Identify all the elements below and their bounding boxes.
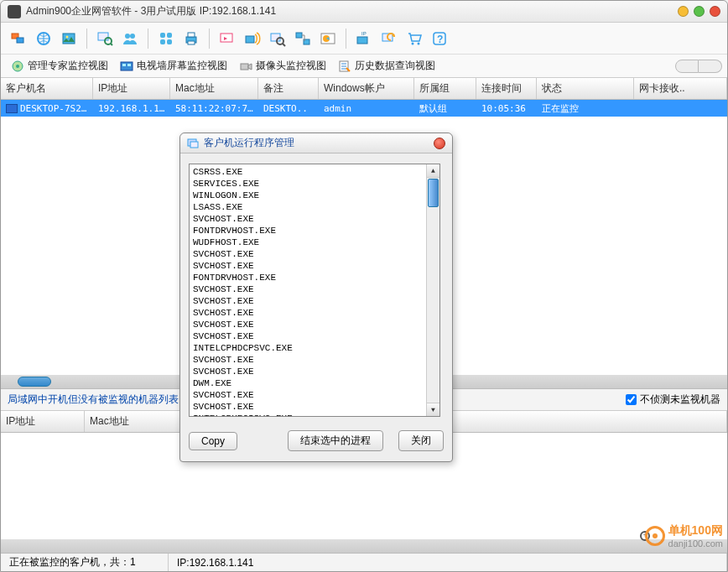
toolbar-link-monitors-icon[interactable] bbox=[292, 28, 314, 49]
dialog-icon bbox=[187, 138, 199, 149]
view-expert-monitor[interactable]: 管理专家监控视图 bbox=[6, 56, 113, 75]
svg-rect-17 bbox=[221, 34, 232, 42]
process-item[interactable]: SVCHOST.EXE bbox=[193, 295, 436, 307]
lower-col-ip[interactable]: IP地址 bbox=[1, 411, 85, 432]
process-item[interactable]: SERVICES.EXE bbox=[193, 178, 436, 190]
process-item[interactable]: SVCHOST.EXE bbox=[193, 248, 436, 260]
dialog-close-button[interactable] bbox=[434, 138, 445, 149]
view-tvwall-label: 电视墙屏幕监控视图 bbox=[137, 59, 227, 73]
client-row[interactable]: DESKTOP-7S2.. 192.168.1.141 58:11:22:07:… bbox=[1, 100, 727, 117]
no-detect-input[interactable] bbox=[626, 394, 637, 405]
svg-rect-18 bbox=[246, 36, 254, 43]
window-title: Admin900企业网管软件 - 3用户试用版 IP:192.168.1.141 bbox=[26, 4, 678, 18]
process-item[interactable]: SVCHOST.EXE bbox=[193, 319, 436, 330]
col-mac[interactable]: Mac地址 bbox=[170, 78, 258, 99]
process-item[interactable]: DWM.EXE bbox=[193, 377, 436, 389]
svg-rect-37 bbox=[127, 64, 131, 66]
watermark-text: 单机100网 bbox=[668, 523, 723, 538]
col-clientname[interactable]: 客户机名 bbox=[1, 78, 93, 99]
status-bar: 正在被监控的客户机，共：1 IP:192.168.1.141 bbox=[1, 553, 727, 571]
watermark-logo-icon bbox=[640, 523, 665, 549]
process-item[interactable]: SVCHOST.EXE bbox=[193, 283, 436, 295]
toolbar-broadcast-icon[interactable] bbox=[242, 28, 263, 49]
svg-rect-3 bbox=[63, 34, 75, 44]
process-item[interactable]: SVCHOST.EXE bbox=[193, 389, 436, 401]
toolbar-chart-icon[interactable] bbox=[317, 28, 339, 49]
toolbar-users-icon[interactable] bbox=[119, 28, 141, 49]
toolbar-monitor-refresh-icon[interactable] bbox=[378, 28, 400, 49]
toolbar-search-monitor-icon[interactable] bbox=[94, 28, 116, 49]
process-item[interactable]: SVCHOST.EXE bbox=[193, 354, 436, 366]
process-item[interactable]: SVCHOST.EXE bbox=[193, 307, 436, 319]
svg-rect-10 bbox=[160, 33, 165, 38]
tvwall-icon bbox=[120, 60, 133, 73]
col-netrecv[interactable]: 网卡接收.. bbox=[634, 78, 727, 99]
titlebar: Admin900企业网管软件 - 3用户试用版 IP:192.168.1.141 bbox=[1, 1, 727, 23]
camera-icon bbox=[239, 60, 252, 73]
scroll-thumb[interactable] bbox=[428, 179, 439, 207]
process-item[interactable]: SVCHOST.EXE bbox=[193, 260, 436, 272]
col-remark[interactable]: 备注 bbox=[258, 78, 319, 99]
toolbar-monitors-icon[interactable] bbox=[8, 28, 29, 49]
svg-rect-1 bbox=[17, 38, 23, 43]
process-listbox[interactable]: CSRSS.EXESERVICES.EXEWINLOGON.EXELSASS.E… bbox=[189, 164, 440, 417]
process-item[interactable]: SVCHOST.EXE bbox=[193, 401, 436, 413]
svg-line-7 bbox=[111, 44, 112, 45]
svg-point-4 bbox=[66, 35, 69, 38]
svg-rect-41 bbox=[190, 142, 198, 148]
toolbar-apps-icon[interactable] bbox=[155, 28, 177, 49]
toolbar-search-icon[interactable] bbox=[267, 28, 289, 49]
process-item[interactable]: WINLOGON.EXE bbox=[193, 190, 436, 201]
end-process-button[interactable]: 结束选中的进程 bbox=[288, 430, 383, 451]
close-button[interactable] bbox=[710, 6, 720, 17]
col-ip[interactable]: IP地址 bbox=[93, 78, 170, 99]
no-detect-checkbox[interactable]: 不侦测未监视机器 bbox=[626, 393, 720, 407]
copy-button[interactable]: Copy bbox=[189, 432, 237, 450]
no-detect-label: 不侦测未监视机器 bbox=[640, 393, 720, 407]
toolbar-globe-icon[interactable] bbox=[33, 28, 55, 49]
process-item[interactable]: INTELCPHDCPSVC.EXE bbox=[193, 342, 436, 354]
toolbar-printer-icon[interactable] bbox=[180, 28, 202, 49]
toolbar-help-icon[interactable]: ? bbox=[429, 28, 450, 49]
cell-remark: DESKTO.. bbox=[258, 101, 319, 116]
view-tabs: 管理专家监控视图 电视墙屏幕监控视图 摄像头监控视图 历史数据查询视图 bbox=[1, 55, 727, 78]
view-mode-switch[interactable] bbox=[675, 60, 722, 73]
view-expert-label: 管理专家监控视图 bbox=[28, 59, 108, 73]
cell-winuser: admin bbox=[319, 101, 414, 116]
process-item[interactable]: SVCHOST.EXE bbox=[193, 366, 436, 377]
close-dialog-button[interactable]: 关闭 bbox=[398, 430, 444, 451]
process-item[interactable]: SVCHOST.EXE bbox=[193, 213, 436, 225]
minimize-button[interactable] bbox=[678, 6, 689, 17]
process-item[interactable]: FONTDRVHOST.EXE bbox=[193, 225, 436, 237]
col-conntime[interactable]: 连接时间 bbox=[476, 78, 537, 99]
view-tvwall[interactable]: 电视墙屏幕监控视图 bbox=[115, 56, 232, 75]
cell-ip: 192.168.1.141 bbox=[93, 101, 170, 116]
lower-scrollbar[interactable] bbox=[1, 539, 727, 553]
toolbar-ip-monitor-icon[interactable]: IP bbox=[353, 28, 375, 49]
view-camera[interactable]: 摄像头监控视图 bbox=[234, 56, 331, 75]
scroll-down-arrow[interactable]: ▼ bbox=[427, 403, 439, 416]
toolbar-remote-screen-icon[interactable] bbox=[216, 28, 238, 49]
col-group[interactable]: 所属组 bbox=[414, 78, 476, 99]
process-item[interactable]: LSASS.EXE bbox=[193, 201, 436, 213]
listbox-scrollbar[interactable]: ▲ ▼ bbox=[426, 164, 439, 416]
history-icon bbox=[338, 60, 351, 73]
view-history[interactable]: 历史数据查询视图 bbox=[333, 56, 440, 75]
process-item[interactable]: WUDFHOST.EXE bbox=[193, 237, 436, 248]
process-item[interactable]: CSRSS.EXE bbox=[193, 166, 436, 178]
col-winuser[interactable]: Windows帐户 bbox=[319, 78, 414, 99]
toolbar-cart-icon[interactable] bbox=[403, 28, 425, 49]
scroll-up-arrow[interactable]: ▲ bbox=[427, 164, 439, 178]
process-item[interactable]: SVCHOST.EXE bbox=[193, 330, 436, 342]
watermark-url: danji100.com bbox=[668, 538, 723, 549]
status-count: 正在被监控的客户机，共：1 bbox=[1, 554, 169, 571]
col-status[interactable]: 状态 bbox=[537, 78, 634, 99]
process-item[interactable]: FONTDRVHOST.EXE bbox=[193, 272, 436, 283]
maximize-button[interactable] bbox=[694, 6, 705, 17]
dialog-title: 客户机运行程序管理 bbox=[204, 136, 434, 150]
main-toolbar: IP ? bbox=[1, 23, 727, 55]
process-item[interactable]: INTELCPHECISVC.EXE bbox=[193, 413, 436, 417]
toolbar-picture-icon[interactable] bbox=[58, 28, 80, 49]
svg-text:IP: IP bbox=[361, 31, 367, 36]
svg-point-30 bbox=[418, 42, 420, 44]
